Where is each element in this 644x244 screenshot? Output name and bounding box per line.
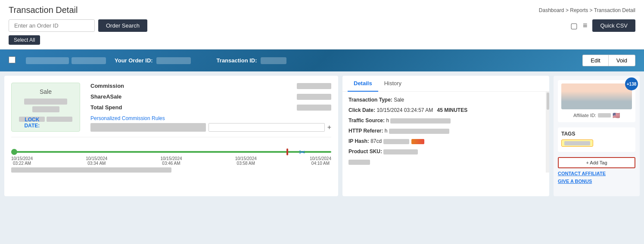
commission-section: Commission ShareASale Total Spend Person… [90, 83, 331, 132]
total-spend-label: Total Spend [90, 104, 142, 111]
order-search-button[interactable]: Order Search [98, 19, 147, 32]
edit-void-buttons: Edit Void [582, 55, 635, 66]
timeline-dot [11, 149, 17, 155]
commission-value-blurred [297, 83, 331, 89]
extra-blurred [348, 160, 370, 165]
lock-date: LOCK DATE: [19, 116, 73, 122]
affiliate-image [561, 83, 632, 109]
tags-section: TAGS [558, 127, 635, 152]
affiliate-badge: +138 [625, 77, 638, 90]
breadcrumb-dashboard[interactable]: Dashboard [539, 7, 564, 13]
edit-button[interactable]: Edit [582, 55, 608, 66]
page-title: Transaction Detail [9, 5, 78, 15]
commission-bar [90, 123, 206, 132]
void-button[interactable]: Void [608, 55, 635, 66]
details-panel: Details History Transaction Type: Sale C… [342, 76, 549, 196]
detail-http-referer: HTTP Referer: h [348, 127, 543, 135]
transaction-checkbox[interactable] [9, 56, 16, 63]
traffic-source-blurred [390, 118, 451, 124]
shareasale-value-blurred [297, 94, 331, 100]
ip-hash-colored [411, 139, 424, 144]
transaction-id-section: Transaction ID: [217, 57, 286, 64]
scissors-icon: ✂ [299, 148, 305, 157]
sale-title: Sale [19, 88, 73, 95]
transaction-id-value [261, 57, 286, 64]
transaction-type-key: Transaction Type: [348, 97, 392, 103]
http-referer-blurred [389, 129, 449, 134]
total-spend-row: Total Spend [90, 104, 331, 111]
main-content: Sale LOCK DATE: Commission ShareASale [0, 71, 644, 196]
breadcrumb-reports[interactable]: Reports [570, 7, 588, 13]
commission-bar-input[interactable] [208, 123, 325, 132]
tag-chip[interactable] [561, 139, 593, 147]
tag-chip-1 [561, 139, 632, 148]
detail-extra [348, 158, 543, 166]
list-view-icon[interactable]: ≡ [583, 21, 588, 30]
transaction-number-2 [72, 57, 106, 64]
sale-value-blurred [24, 99, 68, 105]
row-checkbox-col [9, 56, 17, 65]
breadcrumb-sep1: > [566, 7, 570, 13]
ip-hash-blurred [383, 139, 409, 144]
order-id-value [156, 57, 191, 64]
lock-date-value [47, 117, 72, 122]
give-bonus-button[interactable]: GIVE A BONUS [558, 179, 635, 184]
select-all-button[interactable]: Select All [9, 35, 40, 45]
affiliate-card: +138 Affiliate ID: 🇺🇸 [558, 80, 635, 122]
traffic-source-prefix: h [386, 117, 389, 124]
order-id-input[interactable] [9, 19, 95, 32]
commission-row: Commission [90, 83, 331, 89]
detail-transaction-type: Transaction Type: Sale [348, 96, 543, 104]
top-bar-row2: Order Search ▢ ≡ Quick CSV [9, 19, 635, 32]
click-date-extra: 45 MINUTES [437, 107, 468, 113]
timeline-bottom-bar [11, 167, 171, 173]
detail-traffic-source: Traffic Source: h [348, 117, 543, 124]
detail-click-date: Click Date: 10/15/2024 03:24:57 AM 45 MI… [348, 106, 543, 114]
right-sidebar: +138 Affiliate ID: 🇺🇸 TAGS + Add Tag CON… [554, 76, 640, 196]
breadcrumb-current: Transaction Detail [594, 7, 635, 13]
timeline-ts-2: 10/15/202403:34 AM [86, 156, 107, 166]
lock-date-label: LOCK DATE: [19, 117, 45, 122]
product-sku-key: Product SKU: [348, 148, 382, 154]
commission-label: Commission [90, 83, 142, 89]
timeline-line [11, 151, 331, 153]
breadcrumb-sep2: > [590, 7, 594, 13]
tab-history[interactable]: History [378, 76, 408, 92]
tags-title: TAGS [561, 131, 632, 137]
tab-details[interactable]: Details [348, 76, 378, 92]
scrollbar-thumb [547, 93, 549, 110]
total-spend-value-blurred [297, 105, 331, 111]
transaction-type-value: Sale [394, 97, 404, 103]
shareasale-label: ShareASale [90, 93, 142, 100]
order-id-section: Your Order ID: [115, 57, 191, 64]
add-commission-button[interactable]: + [327, 124, 331, 131]
tag-value [564, 141, 590, 145]
http-referer-prefix: h [385, 128, 388, 134]
ip-hash-key: IP Hash: [348, 138, 369, 144]
shareasale-row: ShareASale [90, 93, 331, 100]
sale-sub-blurred [32, 106, 59, 112]
timeline-section: ✂ 10/15/202403:22 AM 10/15/202403:34 AM … [11, 137, 331, 173]
action-buttons: + Add Tag CONTACT AFFILIATE GIVE A BONUS [558, 157, 635, 184]
ip-hash-value: 87cd [370, 138, 382, 144]
click-date-value: 10/15/2024 03:24:57 AM [376, 107, 433, 113]
card-view-icon[interactable]: ▢ [570, 21, 578, 31]
timeline-ts-5: 10/15/202404:10 AM [310, 156, 331, 166]
detail-ip-hash: IP Hash: 87cd [348, 137, 543, 145]
timeline-ts-4: 10/15/202403:58 AM [235, 156, 257, 166]
add-tag-button[interactable]: + Add Tag [558, 157, 635, 168]
quick-csv-button[interactable]: Quick CSV [592, 19, 635, 32]
flag-icon: 🇺🇸 [613, 112, 620, 119]
sale-box: Sale LOCK DATE: [11, 83, 80, 132]
search-area: Order Search [9, 19, 147, 32]
affiliate-id-value [598, 113, 611, 117]
affiliate-id-label: Affiliate ID: [573, 113, 596, 118]
timeline-ts-1: 10/15/202403:22 AM [11, 156, 33, 166]
left-panel-top: Sale LOCK DATE: Commission ShareASale [11, 83, 331, 132]
personalized-commission-link[interactable]: Personalized Commission Rules [90, 115, 165, 121]
scrollbar[interactable] [546, 92, 549, 173]
http-referer-key: HTTP Referer: [348, 128, 383, 134]
affiliate-id-row: Affiliate ID: 🇺🇸 [561, 112, 632, 119]
contact-affiliate-button[interactable]: CONTACT AFFILIATE [558, 171, 635, 176]
traffic-source-key: Traffic Source: [348, 117, 385, 124]
